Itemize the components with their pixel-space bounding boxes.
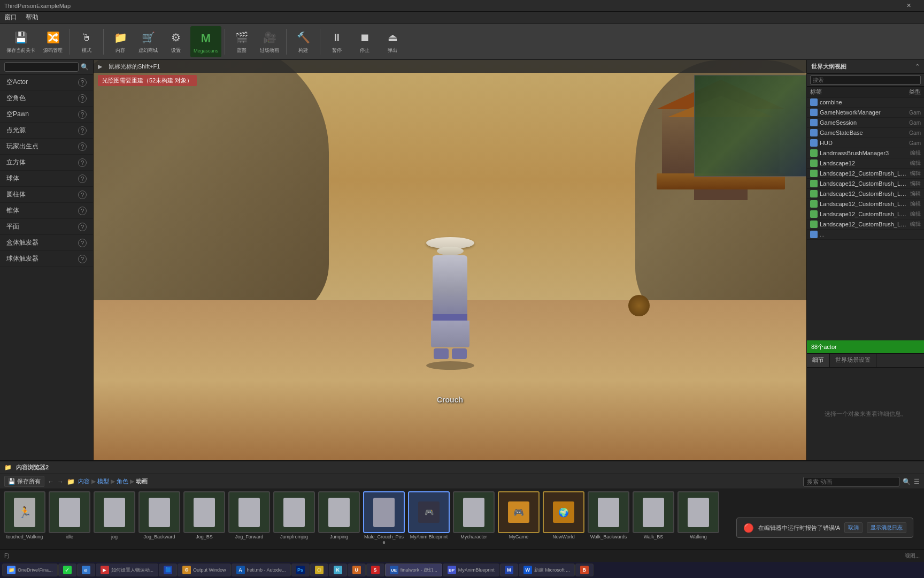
sidebar-item-cylinder[interactable]: 圆柱体 ? (0, 187, 93, 203)
taskbar-k[interactable]: K (329, 564, 347, 576)
separator5 (320, 29, 320, 55)
pause-button[interactable]: ⏸ 暂停 (324, 26, 350, 57)
asset-walking[interactable]: Walking (677, 491, 720, 539)
taskbar-autodesk[interactable]: A heti.mb - Autode... (232, 564, 291, 576)
viewport-toolbar: ▶ 鼠标光标的Shift+F1 (94, 60, 806, 73)
outliner-row-landscape12[interactable]: Landscape12 编辑 (807, 158, 924, 169)
taskbar-video[interactable]: ▶ 如何设置人物运动... (96, 564, 159, 576)
bc-content[interactable]: 内容 (78, 477, 90, 485)
asset-idle[interactable]: idle (48, 491, 91, 539)
outliner-row-combine[interactable]: combine (807, 97, 924, 108)
bc-character[interactable]: 角色 (117, 477, 128, 485)
asset-mygame[interactable]: 🎮 MyGame (497, 491, 540, 539)
content-icon: 📁 (112, 29, 129, 46)
error-log-btn[interactable]: 显示消息日志 (867, 522, 906, 533)
sidebar-item-plane[interactable]: 平面 ? (0, 219, 93, 235)
source-control-button[interactable]: 🔀 源码管理 (40, 26, 66, 57)
blueprint-button[interactable]: 🎬 蓝图 (228, 26, 255, 57)
megascans-button[interactable]: M Megascans (190, 26, 221, 57)
sidebar-item-empty-character[interactable]: 空角色 ? (0, 90, 93, 107)
taskbar-blue[interactable]: 🟦 (159, 564, 177, 576)
sidebar-item-empty-actor[interactable]: 空Actor ? (0, 74, 93, 90)
cb-nav-back[interactable]: ← (48, 478, 54, 485)
sidebar-item-sphere[interactable]: 球体 ? (0, 171, 93, 187)
outliner-row-landmass[interactable]: LandmassBrushManager3 编辑 (807, 148, 924, 158)
bc-animation[interactable]: 动画 (136, 477, 148, 485)
outliner-row-land-brush4[interactable]: Landscape12_CustomBrush_Land 编辑 (807, 199, 924, 209)
asset-jumping[interactable]: Jumping (318, 491, 360, 539)
tab-details[interactable]: 细节 (807, 354, 830, 367)
outliner-row-land-brush6[interactable]: Landscape12_CustomBrush_Land 编辑 (807, 219, 924, 230)
bc-model[interactable]: 模型 (97, 477, 109, 485)
settings-button[interactable]: ⚙ 设置 (163, 26, 189, 57)
save-button[interactable]: 💾 保存当前关卡 (3, 26, 38, 57)
taskbar-u[interactable]: U (348, 564, 366, 576)
taskbar-hex[interactable]: ⬡ (310, 564, 328, 576)
sidebar-item-empty-pawn[interactable]: 空Pawn ? (0, 107, 93, 123)
asset-jog-forward[interactable]: Jog_Forward (228, 491, 271, 539)
asset-newworld[interactable]: 🌍 NewWorld (542, 491, 585, 539)
sidebar-item-point-light[interactable]: 点光源 ? (0, 123, 93, 139)
outliner-row-land-brush1[interactable]: Landscape12_CustomBrush_Land 编辑 (807, 169, 924, 179)
taskbar-check[interactable]: ✓ (58, 564, 76, 576)
taskbar-word[interactable]: W 新建 Microsoft ... (519, 564, 575, 576)
asset-myanim-blueprint[interactable]: 🎮 MyAnim Blueprint (407, 491, 450, 539)
asset-walk-backwards[interactable]: Walk_Backwards (587, 491, 630, 539)
cb-filter-icon[interactable]: ☰ (914, 478, 920, 485)
outliner-search-input[interactable] (810, 75, 921, 85)
content-button[interactable]: 📁 内容 (107, 26, 134, 57)
outliner-row-land-brush2[interactable]: Landscape12_CustomBrush_Land 编辑 (807, 179, 924, 189)
asset-jog-backward[interactable]: Jog_Backward (138, 491, 181, 539)
taskbar-video-icon: ▶ (101, 566, 109, 574)
asset-mycharacter[interactable]: Mycharacter (452, 491, 495, 539)
outliner-row-land-brush5[interactable]: Landscape12_CustomBrush_Land 编辑 (807, 209, 924, 219)
sidebar-item-player-start[interactable]: 玩家出生点 ? (0, 139, 93, 155)
taskbar-myanim[interactable]: BP MyAnimBlueprint (443, 564, 499, 576)
taskbar-bandicam[interactable]: B (575, 564, 594, 576)
outliner-row-hud[interactable]: HUD Gam (807, 138, 924, 148)
taskbar-ue-icon: UE (390, 566, 398, 574)
content-browser: 📁 内容浏览器2 💾 保存所有 ← → 📁 内容 ▶ 模型 ▶ 角色 ▶ 动画 (0, 460, 924, 562)
menu-window[interactable]: 窗口 (4, 13, 17, 22)
taskbar-output-window[interactable]: ⚙ Output Window (178, 564, 231, 576)
view-options[interactable]: 视图... (905, 552, 920, 560)
asset-male-crouch[interactable]: Male_Crouch_Pose (363, 491, 405, 545)
expand-icon[interactable]: ⌃ (915, 63, 920, 70)
taskbar-onedrive[interactable]: 📁 OneDrive\Fina... (2, 564, 58, 576)
asset-jumpfromjog[interactable]: Jumpfromjog (273, 491, 315, 539)
outliner-row-icon11 (810, 200, 818, 208)
sidebar-item-box-trigger[interactable]: 盒体触发器 ? (0, 235, 93, 251)
taskbar-finalwork[interactable]: UE finalwork - 虚幻... (385, 564, 442, 576)
taskbar-photoshop[interactable]: Ps (291, 564, 310, 576)
close-icon[interactable]: ✕ (906, 2, 911, 9)
cb-save-all-btn[interactable]: 💾 保存所有 (4, 476, 44, 487)
stop-button[interactable]: ⏹ 停止 (351, 26, 378, 57)
left-search-input[interactable] (4, 62, 79, 72)
asset-touched-walking[interactable]: 🏃 touched_Walking (3, 491, 46, 539)
menu-help[interactable]: 帮助 (26, 13, 38, 22)
taskbar-browser[interactable]: e (77, 564, 95, 576)
sidebar-item-cube[interactable]: 立方体 ? (0, 155, 93, 171)
cinematics-button[interactable]: 🎥 过场动画 (256, 26, 283, 57)
asset-jog[interactable]: jog (93, 491, 136, 539)
info-icon10: ? (78, 223, 87, 231)
taskbar-s[interactable]: S (366, 564, 384, 576)
error-cancel-btn[interactable]: 取消 (844, 522, 863, 533)
asset-jog-bs[interactable]: Jog_BS (183, 491, 226, 539)
cb-nav-forward[interactable]: → (57, 478, 64, 485)
cb-search-input[interactable] (803, 477, 899, 486)
sidebar-item-cone[interactable]: 锥体 ? (0, 203, 93, 219)
taskbar-m2[interactable]: M (500, 564, 518, 576)
marketplace-button[interactable]: 🛒 虚幻商城 (135, 26, 161, 57)
outliner-row-more[interactable]: ... (807, 230, 924, 240)
sidebar-item-sphere-trigger[interactable]: 球体触发器 ? (0, 251, 93, 267)
outliner-row-gamenetworkmanager[interactable]: GameNetworkManager Gam (807, 108, 924, 118)
build-button[interactable]: 🔨 构建 (290, 26, 317, 57)
mode-button[interactable]: 🖱 模式 (73, 26, 100, 57)
outliner-row-gamestatebase[interactable]: GameStateBase Gam (807, 128, 924, 138)
outliner-row-land-brush3[interactable]: Landscape12_CustomBrush_Land 编辑 (807, 189, 924, 199)
asset-walk-bs[interactable]: Walk_BS (632, 491, 675, 539)
outliner-row-gamesession[interactable]: GameSession Gam (807, 118, 924, 128)
eject-button[interactable]: ⏏ 弹出 (379, 26, 406, 57)
tab-world-settings[interactable]: 世界场景设置 (830, 354, 876, 367)
